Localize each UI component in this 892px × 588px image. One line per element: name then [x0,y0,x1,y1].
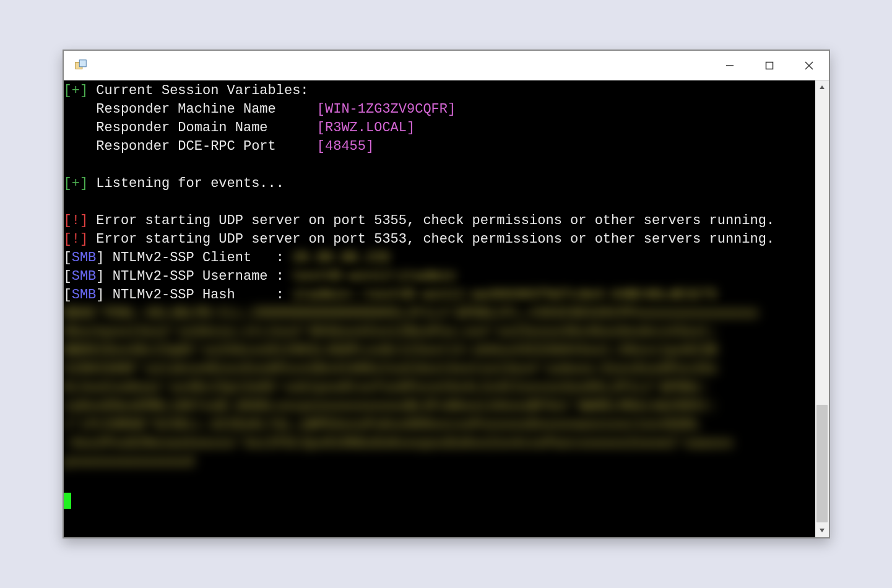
session-header: Current Session Variables: [88,83,308,98]
svg-marker-7 [820,529,825,532]
smb-tag: SMB [72,250,97,266]
listening-text: Listening for events... [88,176,284,191]
plus-prefix: [+] [64,83,89,98]
smb-bracket-open: [ [64,269,72,284]
domain-label: Responder Domain Name [64,120,317,136]
scrollbar-thumb[interactable] [816,405,828,522]
close-button[interactable] [789,51,829,80]
smb-bracket-close: ] [96,250,104,266]
window-controls [710,51,829,80]
terminal-window: [+] Current Session Variables: Responder… [63,50,830,538]
smb-username-label: NTLMv2-SSP Username : [105,269,293,284]
scrollbar-track[interactable] [815,94,829,524]
vertical-scrollbar[interactable] [815,80,829,537]
error-prefix: [!] [64,231,89,247]
smb-bracket-open: [ [64,287,72,303]
smb-hash-redacted: itadmin::testVD-winll:aa369365f9d7cde4:4… [292,287,717,303]
maximize-button[interactable] [750,51,789,80]
port-label: Responder DCE-RPC Port [64,139,317,154]
error-prefix: [!] [64,213,89,228]
svg-rect-3 [766,62,773,69]
hash-block-redacted: BBAE'PDNL:4DL4BLPB:CLL;20000000000000000… [64,305,815,472]
machine-label: Responder Machine Name [64,102,317,117]
error-1: Error starting UDP server on port 5355, … [88,213,774,228]
svg-marker-6 [820,85,825,89]
minimize-button[interactable] [710,51,750,80]
app-icon [74,58,89,73]
smb-client-label: NTLMv2-SSP Client : [105,250,293,266]
scroll-down-button[interactable] [815,524,829,537]
smb-username-redacted: testVD-winll\itadmin [292,269,456,284]
smb-tag: SMB [72,269,97,284]
terminal-cursor [64,493,71,509]
smb-tag: SMB [72,287,97,303]
machine-value: [WIN-1ZG3ZV9CQFR] [317,102,456,117]
port-value: [48455] [317,139,374,154]
smb-bracket-close: ] [96,287,104,303]
error-2: Error starting UDP server on port 5353, … [88,231,774,247]
plus-prefix: [+] [64,176,89,191]
svg-rect-1 [79,59,86,66]
terminal-output[interactable]: [+] Current Session Variables: Responder… [64,80,815,537]
smb-client-redacted: 20.80.88.235 [292,250,390,266]
smb-bracket-open: [ [64,250,72,266]
domain-value: [R3WZ.LOCAL] [317,120,415,136]
scroll-up-button[interactable] [815,80,829,94]
smb-bracket-close: ] [96,269,104,284]
smb-hash-label: NTLMv2-SSP Hash : [105,287,293,303]
titlebar[interactable] [64,51,829,80]
